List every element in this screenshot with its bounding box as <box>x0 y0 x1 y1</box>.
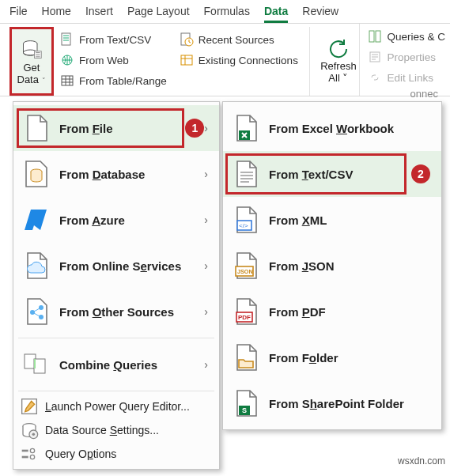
from-text-csv-button[interactable]: From Text/CSV <box>57 30 170 49</box>
svg-rect-5 <box>62 76 73 85</box>
chevron-right-icon: › <box>204 122 208 134</box>
tab-review[interactable]: Review <box>302 5 338 23</box>
settings-db-icon <box>20 421 39 440</box>
azure-icon <box>20 203 53 236</box>
xml-file-icon: </> <box>229 203 263 236</box>
queries-icon <box>368 29 382 43</box>
cloud-file-icon <box>20 249 53 282</box>
menu-from-other-label: From Other Sources <box>59 305 204 319</box>
chevron-right-icon: › <box>204 259 208 272</box>
menu-launch-pq-editor[interactable]: Launch Power Query Editor... <box>13 395 219 418</box>
menu-query-options[interactable]: Query Options <box>13 442 219 466</box>
menu-from-json[interactable]: JSON From JSON <box>223 243 441 289</box>
database-icon <box>20 157 53 191</box>
refresh-icon <box>328 39 349 59</box>
properties-button[interactable]: Properties <box>365 47 448 66</box>
svg-point-22 <box>32 433 35 436</box>
tab-data[interactable]: Data <box>264 5 288 23</box>
tab-home[interactable]: Home <box>42 5 71 23</box>
menu-separator <box>18 391 214 391</box>
tab-formulas[interactable]: Formulas <box>204 5 250 23</box>
menu-from-sharepoint-folder[interactable]: S From SharePoint Folder <box>223 380 441 426</box>
edit-links-button[interactable]: Edit Links <box>365 68 448 87</box>
chevron-down-icon: ˅ <box>40 77 47 85</box>
watermark: wsxdn.com <box>398 455 445 467</box>
folder-file-icon <box>229 341 263 374</box>
tab-page-layout[interactable]: Page Layout <box>127 5 190 23</box>
tab-file[interactable]: File <box>9 5 28 23</box>
truncated-text: onnec <box>410 88 438 100</box>
database-icon <box>21 39 43 61</box>
chevron-down-icon: ˅ <box>340 72 349 84</box>
edit-links-icon <box>368 70 382 85</box>
text-file-icon <box>229 157 263 191</box>
file-icon <box>20 111 53 145</box>
pq-editor-icon <box>20 397 39 416</box>
menu-from-database-label: From Database <box>59 168 204 181</box>
svg-point-13 <box>30 310 35 315</box>
from-file-submenu: onnec From Excel Workbook From Text/CSV … <box>222 101 442 430</box>
pdf-file-icon: PDF <box>229 295 263 328</box>
get-data-button[interactable]: Get Data ˅ <box>9 27 54 96</box>
from-table-range-button[interactable]: From Table/Range <box>57 71 170 90</box>
get-data-label: Get Data ˅ <box>17 62 47 85</box>
chevron-right-icon: › <box>204 305 208 318</box>
menu-q-options-label: Query Options <box>45 448 208 460</box>
menu-from-file[interactable]: From File 1 › <box>13 105 219 151</box>
table-icon <box>60 74 74 88</box>
get-data-source-stack: From Text/CSV From Web From Table/Range <box>54 27 173 96</box>
svg-text:PDF: PDF <box>238 314 251 321</box>
queries-group-partial: Queries & C Properties Edit Links <box>359 24 450 96</box>
menu-xml-label: From XML <box>269 213 430 227</box>
menu-data-source-settings[interactable]: Data Source Settings... <box>13 418 219 442</box>
recent-icon <box>180 32 194 47</box>
menu-text-csv-label: From Text/CSV <box>269 168 407 181</box>
menu-separator <box>18 338 214 338</box>
recent-sources-button[interactable]: Recent Sources <box>176 30 301 49</box>
svg-text:JSON: JSON <box>237 268 253 275</box>
menu-from-xml[interactable]: </> From XML <box>223 197 441 243</box>
svg-rect-17 <box>34 359 45 373</box>
svg-rect-8 <box>181 55 192 65</box>
menu-from-excel-workbook[interactable]: From Excel Workbook <box>223 105 441 151</box>
menu-combine-label: Combine Queries <box>59 358 204 372</box>
menu-from-folder[interactable]: From Folder <box>223 334 441 380</box>
chevron-right-icon: › <box>204 213 208 226</box>
svg-rect-10 <box>376 31 380 42</box>
menu-ds-settings-label: Data Source Settings... <box>45 424 208 436</box>
text-csv-icon <box>60 32 74 47</box>
group-get-transform: Get Data ˅ From Text/CSV From Web From T… <box>5 27 310 96</box>
globe-icon <box>60 53 74 67</box>
menu-from-other-sources[interactable]: From Other Sources › <box>13 289 219 334</box>
existing-connections-button[interactable]: Existing Connections <box>176 51 301 70</box>
refresh-all-button[interactable]: Refresh All ˅ <box>315 27 362 96</box>
svg-point-26 <box>30 455 34 459</box>
menu-json-label: From JSON <box>269 259 430 273</box>
queries-connections-button[interactable]: Queries & C <box>365 27 448 46</box>
tab-insert[interactable]: Insert <box>85 5 113 23</box>
options-icon <box>20 444 39 463</box>
menu-combine-queries[interactable]: Combine Queries › <box>13 342 219 387</box>
menu-pdf-label: From PDF <box>269 305 430 319</box>
menu-from-azure[interactable]: From Azure › <box>13 197 219 243</box>
menu-launch-pq-label: Launch Power Query Editor... <box>45 400 208 413</box>
menu-from-pdf[interactable]: PDF From PDF <box>223 289 441 334</box>
menu-from-online-services[interactable]: From Online Services › <box>13 243 219 289</box>
svg-rect-24 <box>22 456 28 459</box>
menu-from-database[interactable]: From Database › <box>13 151 219 197</box>
excel-file-icon <box>229 111 263 145</box>
refresh-all-label: Refresh All ˅ <box>320 61 357 84</box>
menu-excel-wb-label: From Excel Workbook <box>269 122 430 135</box>
sharepoint-icon: S <box>229 387 263 420</box>
from-web-button[interactable]: From Web <box>57 51 170 70</box>
menu-from-text-csv[interactable]: From Text/CSV 2 <box>223 151 441 197</box>
connections-stack: Recent Sources Existing Connections <box>173 27 304 96</box>
callout-2: 2 <box>411 164 430 183</box>
chevron-right-icon: › <box>204 168 208 180</box>
ribbon: Get Data ˅ From Text/CSV From Web From T… <box>0 24 450 96</box>
svg-rect-9 <box>369 31 374 42</box>
menu-folder-label: From Folder <box>269 351 430 365</box>
menu-from-online-label: From Online Services <box>59 259 204 273</box>
svg-text:S: S <box>242 406 247 414</box>
menu-from-file-label: From File <box>59 122 180 135</box>
